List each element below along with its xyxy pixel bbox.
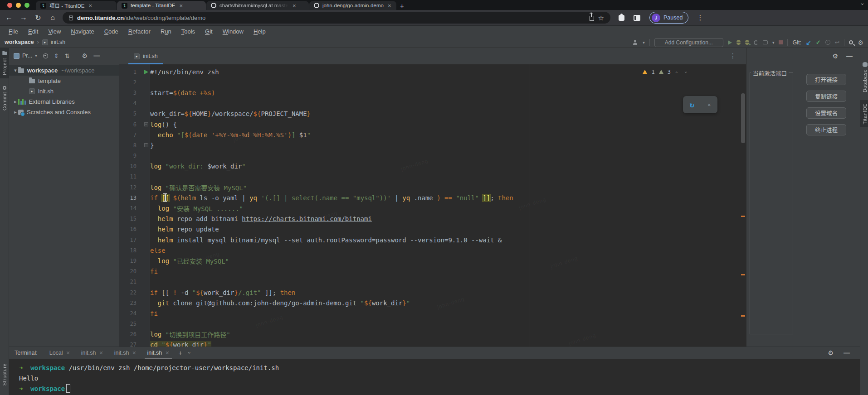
home-icon[interactable]: ⌂ bbox=[48, 14, 57, 22]
user-icon[interactable] bbox=[633, 40, 638, 45]
editor-tab-init-sh[interactable]: ▸ init.sh bbox=[128, 48, 163, 64]
attach-process-icon[interactable] bbox=[763, 40, 768, 44]
close-tab-icon[interactable]: × bbox=[179, 3, 183, 9]
tab-overflow-chevron-icon[interactable]: › bbox=[859, 3, 866, 5]
profile-chip[interactable]: J Paused bbox=[649, 12, 688, 24]
tree-chevron-icon[interactable]: ▸ bbox=[13, 99, 18, 105]
tree-item-workspace[interactable]: ▾workspace~/workspace bbox=[9, 65, 119, 76]
code-line-17[interactable]: 17 helm install mysql bitnami/mysql --se… bbox=[119, 235, 740, 245]
code-line-3[interactable]: 3start=$(date +%s) bbox=[119, 87, 740, 98]
terminal-output[interactable]: ➜ workspace /usr/bin/env zsh /home/proje… bbox=[9, 359, 860, 394]
terminate-process-button[interactable]: 终止进程 bbox=[806, 124, 846, 135]
code-line-22[interactable]: 22if [[ ! -d "${work_dir}/.git" ]]; then bbox=[119, 287, 740, 298]
menu-view[interactable]: View bbox=[44, 27, 65, 36]
code-line-27[interactable]: 27cd "${work_dir}" bbox=[119, 340, 740, 347]
terminal-tab-2[interactable]: init.sh✕ bbox=[109, 347, 142, 359]
code-line-25[interactable]: 25 bbox=[119, 319, 740, 329]
browser-tab-0[interactable]: t项目 - TitanIDE× bbox=[36, 1, 117, 10]
settings-gear-icon[interactable]: ⚙ bbox=[858, 39, 863, 46]
share-icon[interactable] bbox=[590, 16, 594, 21]
tree-chevron-icon[interactable]: ▸ bbox=[13, 109, 18, 115]
code-line-16[interactable]: 16 helm repo update bbox=[119, 224, 740, 235]
set-domain-button[interactable]: 设置域名 bbox=[806, 107, 846, 119]
code-line-13[interactable]: 13if [[ $(helm ls -o yaml | yq '(.[] | s… bbox=[119, 193, 740, 203]
close-terminal-tab-icon[interactable]: ✕ bbox=[132, 350, 136, 356]
user-dropdown-icon[interactable]: ▾ bbox=[643, 40, 645, 45]
code-line-15[interactable]: 15 helm repo add bitnami https://charts.… bbox=[119, 214, 740, 224]
code-line-20[interactable]: 20fi bbox=[119, 266, 740, 277]
titanide-options-gear-icon[interactable]: ⚙ bbox=[832, 53, 838, 59]
close-terminal-tab-icon[interactable]: ✕ bbox=[99, 350, 103, 356]
code-line-2[interactable]: 2 bbox=[119, 77, 740, 87]
editor-tab-options-kebab-icon[interactable]: ⋮ bbox=[730, 52, 736, 59]
stripe-tab-structure[interactable]: Structure bbox=[0, 360, 9, 389]
collapse-all-icon[interactable]: ⇅ bbox=[65, 53, 70, 59]
browser-tab-3[interactable]: john-deng/go-admin-demo× bbox=[309, 1, 396, 10]
stripe-tab-database[interactable]: Database bbox=[860, 59, 868, 96]
back-icon[interactable]: ← bbox=[5, 14, 14, 22]
project-view-selector[interactable]: Pr... ▾ bbox=[14, 53, 37, 59]
code-line-19[interactable]: 19 log "已经安装 MySQL" bbox=[119, 255, 740, 266]
code-line-5[interactable]: 5work_dir=${HOME}/workspace/${PROJECT_NA… bbox=[119, 109, 740, 119]
tree-chevron-icon[interactable]: ▾ bbox=[13, 67, 18, 73]
close-terminal-tab-icon[interactable]: ✕ bbox=[165, 350, 169, 356]
menu-run[interactable]: Run bbox=[156, 27, 176, 36]
window-minimize-button[interactable] bbox=[16, 3, 21, 8]
scrollbar-thumb[interactable] bbox=[741, 93, 745, 143]
address-bar[interactable]: demo.titanide.cn/ide/web/coding/template… bbox=[63, 12, 610, 24]
menu-git[interactable]: Git bbox=[201, 27, 217, 36]
hide-project-panel-icon[interactable]: — bbox=[93, 53, 100, 59]
terminal-tab-1[interactable]: init.sh✕ bbox=[76, 347, 109, 359]
new-tab-button[interactable]: + bbox=[400, 2, 404, 10]
forward-icon[interactable]: → bbox=[19, 14, 28, 22]
debug-icon[interactable] bbox=[736, 40, 741, 45]
stripe-tab-commit[interactable]: Commit bbox=[0, 83, 9, 114]
code-editor[interactable]: john-dengjohn-dengjohn-dengjohn-dengjohn… bbox=[119, 64, 746, 347]
close-tab-icon[interactable]: × bbox=[293, 3, 296, 9]
git-commit-icon[interactable]: ✓ bbox=[816, 39, 821, 46]
refresh-icon[interactable]: ↻ bbox=[690, 100, 694, 109]
reload-icon[interactable]: ↻ bbox=[34, 14, 43, 22]
run-with-coverage-icon[interactable] bbox=[745, 40, 749, 45]
expand-all-icon[interactable]: ⇕ bbox=[54, 53, 59, 59]
code-line-21[interactable]: 21 bbox=[119, 277, 740, 287]
window-close-button[interactable] bbox=[7, 3, 12, 8]
inspections-widget[interactable]: 1 3 › › bbox=[643, 69, 687, 75]
code-line-7[interactable]: 7 echo "[$(date '+%Y-%m-%d %H:%M.%S')] $… bbox=[119, 130, 740, 140]
fold-marker-icon[interactable]: – bbox=[144, 122, 148, 126]
menu-file[interactable]: File bbox=[5, 27, 22, 36]
git-history-icon[interactable] bbox=[825, 40, 830, 45]
code-line-12[interactable]: 12log "确认是否需要安装 MySQL" bbox=[119, 182, 740, 193]
code-line-24[interactable]: 24fi bbox=[119, 308, 740, 318]
code-line-23[interactable]: 23 git clone git@github.com:john-deng/go… bbox=[119, 298, 740, 308]
tree-item-external-libraries[interactable]: ▸External Libraries bbox=[9, 96, 119, 107]
terminal-sessions-dropdown-icon[interactable]: › bbox=[186, 352, 192, 354]
code-line-10[interactable]: 10log "work_dir: $work_dir" bbox=[119, 161, 740, 172]
menu-navigate[interactable]: Navigate bbox=[67, 27, 98, 36]
run-line-icon[interactable] bbox=[144, 70, 148, 74]
code-line-6[interactable]: 6–log() { bbox=[119, 119, 740, 130]
git-update-icon[interactable]: ↙ bbox=[806, 39, 811, 46]
menu-window[interactable]: Window bbox=[219, 27, 248, 36]
menu-code[interactable]: Code bbox=[100, 27, 122, 36]
code-line-8[interactable]: 8ˆ} bbox=[119, 140, 740, 150]
tree-item-init-sh[interactable]: ▸init.sh bbox=[9, 86, 119, 96]
close-terminal-tab-icon[interactable]: ✕ bbox=[66, 350, 70, 356]
menu-edit[interactable]: Edit bbox=[24, 27, 42, 36]
add-configuration-button[interactable]: Add Configuration... bbox=[654, 38, 723, 47]
close-tab-icon[interactable]: × bbox=[89, 3, 93, 9]
browser-menu-kebab-icon[interactable]: ⋮ bbox=[697, 14, 703, 22]
side-panel-icon[interactable] bbox=[634, 15, 640, 21]
tree-item-scratches-and-consoles[interactable]: ▸Scratches and Consoles bbox=[9, 107, 119, 117]
close-tab-icon[interactable]: × bbox=[388, 3, 391, 9]
menu-help[interactable]: Help bbox=[249, 27, 270, 36]
terminal-settings-gear-icon[interactable]: ⚙ bbox=[828, 350, 834, 356]
profiler-icon[interactable] bbox=[754, 40, 758, 45]
select-opened-file-icon[interactable] bbox=[43, 53, 48, 58]
code-line-26[interactable]: 26log "切换到项目工作路径" bbox=[119, 329, 740, 340]
project-options-gear-icon[interactable]: ⚙ bbox=[82, 53, 88, 59]
stripe-tab-titanide[interactable]: TitanIDE bbox=[860, 100, 868, 127]
run-icon[interactable] bbox=[728, 40, 732, 45]
code-line-11[interactable]: 11 bbox=[119, 172, 740, 182]
fold-marker-icon[interactable]: ˆ bbox=[144, 143, 148, 147]
